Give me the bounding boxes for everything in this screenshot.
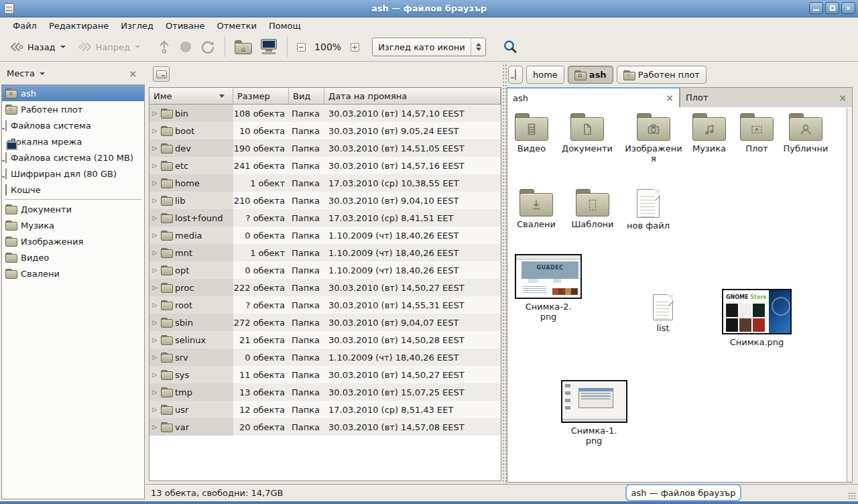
tree-name-cell[interactable]: ▷root bbox=[149, 296, 233, 314]
file-icon-item[interactable]: Публични bbox=[775, 113, 837, 153]
tree-root-button[interactable] bbox=[153, 66, 170, 82]
sidebar-item[interactable]: Документи bbox=[2, 201, 144, 217]
column-header-3[interactable]: Дата на промяна bbox=[324, 88, 501, 105]
table-row[interactable]: ▷media0 обектаПапка1.10.2009 (чт) 18,40,… bbox=[149, 227, 501, 244]
table-row[interactable]: ▷boot10 обектаПапка30.03.2010 (вт) 9,05,… bbox=[149, 122, 501, 139]
sidebar-item[interactable]: Кошче bbox=[2, 182, 144, 198]
file-icon-item[interactable]: Документи bbox=[556, 113, 618, 153]
table-row[interactable]: ▷dev190 обектаПапка30.03.2010 (вт) 14,51… bbox=[149, 139, 501, 157]
table-row[interactable]: ▷srv0 обектаПапка1.10.2009 (чт) 18,40,26… bbox=[149, 349, 501, 366]
expander-icon[interactable]: ▷ bbox=[151, 302, 158, 308]
tree-name-cell[interactable]: ▷sbin bbox=[149, 314, 233, 331]
places-selector[interactable]: Места bbox=[7, 68, 45, 78]
zoom-out-button[interactable]: − bbox=[293, 40, 309, 54]
tree-name-cell[interactable]: ▷opt bbox=[149, 261, 233, 279]
table-row[interactable]: ▷bin108 обектаПапка30.03.2010 (вт) 14,57… bbox=[149, 105, 501, 122]
table-row[interactable]: ▷sbin272 обектаПапка30.03.2010 (вт) 9,04… bbox=[149, 314, 501, 331]
zoom-in-button[interactable]: + bbox=[347, 40, 363, 54]
tree-name-cell[interactable]: ▷lib bbox=[149, 192, 233, 209]
expander-icon[interactable]: ▷ bbox=[151, 319, 158, 326]
expander-icon[interactable]: ▷ bbox=[151, 162, 158, 169]
column-header-1[interactable]: Размер bbox=[233, 88, 289, 105]
tree-name-cell[interactable]: ▷boot bbox=[149, 122, 233, 139]
table-row[interactable]: ▷proc222 обектаПапка30.03.2010 (вт) 14,5… bbox=[149, 279, 501, 296]
tab-0[interactable]: ash× bbox=[507, 87, 680, 108]
expander-icon[interactable]: ▷ bbox=[151, 336, 158, 343]
file-icon-item[interactable]: GNOME StoreСнимка.png bbox=[719, 289, 794, 347]
search-button[interactable] bbox=[498, 36, 522, 58]
tree-name-cell[interactable]: ▷selinux bbox=[149, 331, 233, 349]
table-row[interactable]: ▷mnt1 обектПапка1.10.2009 (чт) 18,40,26 … bbox=[149, 244, 501, 261]
sidebar-item[interactable]: Шифриран дял (80 GB) bbox=[2, 166, 144, 182]
tree-name-cell[interactable]: ▷dev bbox=[149, 139, 233, 157]
sidebar-item[interactable]: Свалени bbox=[2, 265, 144, 281]
maximize-button[interactable] bbox=[825, 2, 839, 14]
pathbar-button-Работен плот[interactable]: ▫Работен плот bbox=[617, 66, 707, 84]
sidebar-item[interactable]: Музика bbox=[2, 217, 144, 233]
expander-icon[interactable]: ▷ bbox=[151, 424, 158, 430]
expander-icon[interactable]: ▷ bbox=[151, 180, 158, 186]
pathbar-button-ash[interactable]: ⌂ash bbox=[568, 66, 613, 84]
tree-name-cell[interactable]: ▷tmp bbox=[149, 383, 233, 401]
tab-close-icon[interactable]: × bbox=[839, 92, 847, 103]
pathbar-button-home[interactable]: home bbox=[526, 66, 564, 84]
pathbar-button-root[interactable] bbox=[508, 66, 523, 84]
file-icon-item[interactable]: Изображения bbox=[623, 113, 684, 164]
view-mode-select[interactable]: Изглед като икони bbox=[372, 38, 486, 56]
tree-name-cell[interactable]: ▷etc bbox=[149, 157, 233, 174]
sidebar-item[interactable]: Файлова система (210 MB) bbox=[2, 149, 144, 166]
expander-icon[interactable]: ▷ bbox=[151, 145, 158, 151]
expander-icon[interactable]: ▷ bbox=[151, 389, 158, 395]
back-dropdown-icon[interactable] bbox=[60, 46, 66, 48]
expander-icon[interactable]: ▷ bbox=[151, 406, 158, 413]
expander-icon[interactable]: ▷ bbox=[151, 232, 158, 239]
tree-name-cell[interactable]: ▷var bbox=[149, 418, 233, 436]
sidebar-item[interactable]: ⌂ash bbox=[2, 85, 144, 101]
tree-name-cell[interactable]: ▷srv bbox=[149, 349, 233, 366]
table-row[interactable]: ▷lost+found? обектаПапка17.03.2010 (ср) … bbox=[149, 209, 501, 227]
table-row[interactable]: ▷usr12 обектаПапка17.03.2010 (ср) 8,51,4… bbox=[149, 401, 501, 418]
table-row[interactable]: ▷home1 обектПапка17.03.2010 (ср) 10,38,5… bbox=[149, 174, 501, 192]
expander-icon[interactable]: ▷ bbox=[151, 284, 158, 291]
expander-icon[interactable]: ▷ bbox=[151, 371, 158, 378]
column-header-2[interactable]: Вид bbox=[289, 88, 324, 105]
tab-1[interactable]: Плот× bbox=[680, 87, 853, 108]
table-row[interactable]: ▷tmp13 обектаПапка30.03.2010 (вт) 15,07,… bbox=[149, 383, 501, 401]
column-header-0[interactable]: Име bbox=[149, 88, 233, 105]
sidebar-item[interactable]: Файлова система bbox=[2, 117, 144, 133]
tree-name-cell[interactable]: ▷lost+found bbox=[149, 209, 233, 227]
tree-name-cell[interactable]: ▷sys bbox=[149, 366, 233, 383]
file-icon-item[interactable]: нов файл bbox=[617, 189, 679, 231]
file-icon-item[interactable]: Видео bbox=[507, 113, 561, 153]
tree-name-cell[interactable]: ▷home bbox=[149, 174, 233, 192]
pane-splitter[interactable] bbox=[501, 62, 507, 484]
minimize-button[interactable] bbox=[809, 2, 823, 14]
tree-name-cell[interactable]: ▷mnt bbox=[149, 244, 233, 261]
file-icon-item[interactable]: list bbox=[640, 294, 686, 333]
file-icon-item[interactable]: GUADECСнимка-2.png bbox=[513, 254, 583, 322]
table-row[interactable]: ▷sys11 обектаПапка30.03.2010 (вт) 14,50,… bbox=[149, 366, 501, 383]
menu-item-0[interactable]: Файл bbox=[7, 19, 43, 32]
expander-icon[interactable]: ▷ bbox=[151, 127, 158, 134]
sidebar-item[interactable]: ▫Работен плот bbox=[2, 101, 144, 117]
tree-name-cell[interactable]: ▷usr bbox=[149, 401, 233, 418]
expander-icon[interactable]: ▷ bbox=[151, 354, 158, 361]
table-row[interactable]: ▷opt0 обектаПапка1.10.2009 (чт) 18,40,26… bbox=[149, 261, 501, 279]
file-icon-item[interactable]: Снимка-1.png bbox=[559, 380, 629, 446]
sidebar-close-button[interactable]: × bbox=[129, 68, 137, 79]
menu-item-3[interactable]: Отиване bbox=[160, 19, 210, 32]
home-button[interactable]: ⌂ bbox=[231, 38, 256, 57]
menu-item-2[interactable]: Изглед bbox=[115, 19, 160, 32]
reload-button[interactable] bbox=[196, 37, 219, 57]
file-icon-item[interactable]: Шаблони bbox=[562, 189, 623, 229]
expander-icon[interactable]: ▷ bbox=[151, 249, 158, 256]
expander-icon[interactable]: ▷ bbox=[151, 110, 158, 117]
table-row[interactable]: ▷selinux21 обектаПапка30.03.2010 (вт) 14… bbox=[149, 331, 501, 349]
tab-close-icon[interactable]: × bbox=[666, 92, 674, 103]
expander-icon[interactable]: ▷ bbox=[151, 214, 158, 221]
close-button[interactable]: ✕ bbox=[841, 2, 855, 14]
table-row[interactable]: ▷lib210 обектаПапка30.03.2010 (вт) 9,04,… bbox=[149, 192, 501, 209]
sidebar-item[interactable]: Изображения bbox=[2, 233, 144, 249]
file-icon-item[interactable]: Свалени bbox=[507, 189, 567, 229]
sidebar-item[interactable]: Локална мрежа bbox=[2, 133, 144, 149]
